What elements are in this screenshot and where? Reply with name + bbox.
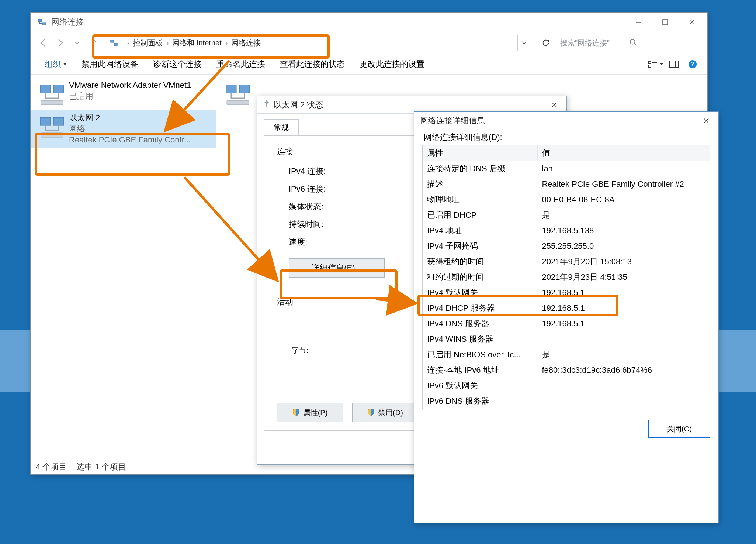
- item-title: VMware Network Adapter VMnet1: [69, 80, 213, 91]
- table-row[interactable]: IPv4 默认网关192.168.5.1: [423, 285, 710, 300]
- crumb-network-connections[interactable]: 网络连接: [231, 38, 261, 48]
- item-device: Realtek PCIe GBE Family Contr...: [69, 134, 213, 145]
- breadcrumb-root-icon: [110, 39, 118, 47]
- refresh-button[interactable]: [538, 35, 554, 51]
- table-row[interactable]: 连接特定的 DNS 后缀lan: [423, 161, 710, 176]
- recent-locations-button[interactable]: [70, 35, 84, 50]
- property-cell: IPv4 WINS 服务器: [423, 331, 538, 347]
- crumb-network-internet[interactable]: 网络和 Internet: [172, 38, 221, 48]
- details-button[interactable]: 详细信息(E)...: [289, 258, 385, 278]
- value-cell: 2021年9月20日 15:08:13: [538, 254, 710, 269]
- breadcrumb-bar[interactable]: › 控制面板 › 网络和 Internet › 网络连接: [106, 35, 533, 51]
- table-row[interactable]: 描述Realtek PCIe GBE Family Controller #2: [423, 176, 710, 192]
- table-row[interactable]: 已启用 NetBIOS over Tc...是: [423, 347, 710, 362]
- preview-pane-button[interactable]: [666, 57, 682, 72]
- close-dialog-button[interactable]: 关闭(C): [648, 420, 710, 438]
- maximize-button[interactable]: [652, 14, 679, 31]
- address-dropdown-button[interactable]: [517, 35, 530, 51]
- list-item[interactable]: VMware Network Adapter VMnet1 已启用: [31, 78, 216, 110]
- value-cell: [538, 378, 710, 393]
- chevron-down-icon: [63, 63, 67, 65]
- table-row[interactable]: IPv4 地址192.168.5.138: [423, 223, 710, 238]
- column-property[interactable]: 属性: [423, 145, 538, 161]
- table-row[interactable]: IPv4 子网掩码255.255.255.0: [423, 238, 710, 254]
- address-row: › 控制面板 › 网络和 Internet › 网络连接 搜索"网络连接": [31, 32, 707, 54]
- table-row[interactable]: IPv4 DHCP 服务器192.168.5.1: [423, 300, 710, 316]
- diagnose-connection-button[interactable]: 诊断这个连接: [146, 57, 209, 72]
- value-cell: [538, 393, 710, 409]
- value-cell: 是: [538, 207, 710, 223]
- close-button[interactable]: [698, 112, 715, 129]
- property-cell: IPv4 子网掩码: [423, 238, 538, 254]
- property-cell: 连接-本地 IPv6 地址: [423, 362, 538, 378]
- property-cell: 物理地址: [423, 192, 538, 207]
- property-cell: 租约过期的时间: [423, 269, 538, 285]
- chevron-down-icon: [660, 63, 663, 65]
- svg-line-9: [634, 44, 637, 46]
- details-table: 属性 值 连接特定的 DNS 后缀lan描述Realtek PCIe GBE F…: [422, 145, 710, 409]
- table-row[interactable]: IPv6 默认网关: [423, 378, 710, 393]
- svg-rect-11: [649, 65, 651, 67]
- svg-rect-0: [38, 19, 42, 22]
- help-button[interactable]: ?: [684, 57, 701, 72]
- table-row[interactable]: 已启用 DHCP是: [423, 207, 710, 223]
- rename-connection-button[interactable]: 重命名此连接: [209, 57, 273, 72]
- disable-button[interactable]: 禁用(D): [352, 403, 419, 422]
- value-cell: 是: [538, 347, 710, 362]
- item-title: 以太网 2: [69, 112, 213, 123]
- selected-count: 选中 1 个项目: [76, 461, 126, 472]
- minimize-button[interactable]: [625, 14, 652, 31]
- property-cell: 连接特定的 DNS 后缀: [423, 161, 538, 176]
- value-cell: Realtek PCIe GBE Family Controller #2: [538, 176, 710, 192]
- list-item[interactable]: 以太网 2 网络 Realtek PCIe GBE Family Contr..…: [31, 110, 216, 148]
- table-row[interactable]: 租约过期的时间2021年9月23日 4:51:35: [423, 269, 710, 285]
- value-cell: 2021年9月23日 4:51:35: [538, 269, 710, 285]
- table-row[interactable]: 连接-本地 IPv6 地址fe80::3dc3:d19c:3ad6:6b74%6: [423, 362, 710, 378]
- search-input[interactable]: 搜索"网络连接": [556, 35, 702, 51]
- command-bar: 组织 禁用此网络设备 诊断这个连接 重命名此连接 查看此连接的状态 更改此连接的…: [31, 54, 707, 75]
- chevron-right-icon: ›: [225, 39, 228, 47]
- property-cell: 已启用 NetBIOS over Tc...: [423, 347, 538, 362]
- main-titlebar[interactable]: 网络连接: [31, 13, 707, 32]
- table-row[interactable]: 物理地址00-E0-B4-08-EC-8A: [423, 192, 710, 207]
- nav-forward-button[interactable]: [53, 35, 67, 50]
- table-row[interactable]: IPv6 DNS 服务器: [423, 393, 710, 409]
- pin-icon: [263, 100, 270, 110]
- column-value[interactable]: 值: [538, 145, 710, 161]
- organize-menu-button[interactable]: 组织: [37, 57, 74, 72]
- change-settings-button[interactable]: 更改此连接的设置: [352, 57, 432, 72]
- property-cell: IPv4 地址: [423, 223, 538, 238]
- view-status-button[interactable]: 查看此连接的状态: [273, 57, 352, 72]
- properties-button[interactable]: 属性(P): [277, 403, 343, 422]
- nav-back-button[interactable]: [36, 35, 51, 50]
- table-row[interactable]: IPv4 DNS 服务器192.168.5.1: [423, 316, 710, 331]
- value-cell: 192.168.5.1: [538, 300, 710, 316]
- svg-rect-21: [40, 117, 51, 125]
- svg-rect-22: [53, 117, 64, 125]
- chevron-right-icon: ›: [166, 39, 169, 47]
- value-cell: lan: [538, 161, 710, 176]
- svg-text:?: ?: [691, 61, 695, 68]
- property-cell: IPv4 DHCP 服务器: [423, 300, 538, 316]
- table-row[interactable]: IPv4 WINS 服务器: [423, 331, 710, 347]
- shield-icon: [368, 408, 375, 417]
- table-row[interactable]: 获得租约的时间2021年9月20日 15:08:13: [423, 254, 710, 269]
- svg-rect-23: [41, 133, 63, 137]
- value-cell: [538, 331, 710, 347]
- tab-general[interactable]: 常规: [264, 119, 299, 136]
- disable-device-button[interactable]: 禁用此网络设备: [74, 57, 146, 72]
- close-button[interactable]: [679, 14, 705, 31]
- view-options-button[interactable]: [648, 57, 664, 72]
- close-button[interactable]: [546, 96, 563, 113]
- crumb-control-panel[interactable]: 控制面板: [133, 38, 163, 48]
- svg-rect-20: [41, 100, 63, 105]
- nav-up-button[interactable]: [87, 35, 101, 50]
- window-title: 网络连接: [51, 17, 84, 28]
- item-network: 网络: [69, 123, 213, 134]
- network-connections-icon: [37, 17, 47, 27]
- svg-rect-6: [111, 40, 114, 42]
- details-titlebar[interactable]: 网络连接详细信息: [414, 112, 718, 130]
- value-cell: 192.168.5.1: [538, 316, 710, 331]
- value-cell: 00-E0-B4-08-EC-8A: [538, 192, 710, 207]
- status-titlebar[interactable]: 以太网 2 状态: [257, 96, 566, 114]
